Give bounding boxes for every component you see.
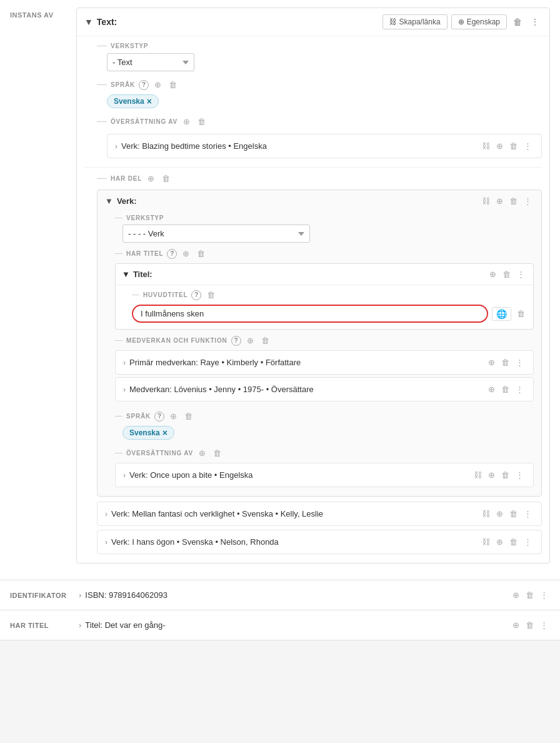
har-del-entry-2-label: Verk: I hans ögon • Svenska • Nelson, Rh…: [111, 537, 279, 547]
har-del-1-trash[interactable]: 🗑: [508, 508, 519, 520]
text-card-trash-button[interactable]: 🗑: [511, 16, 524, 28]
verk-oversattning-more[interactable]: ⋮: [514, 469, 526, 481]
verk-sprak-trash-icon[interactable]: 🗑: [182, 410, 194, 422]
verk-oversattning-trash[interactable]: 🗑: [499, 469, 511, 481]
verk-svenska-tag: Svenska ×: [122, 426, 174, 440]
verk-har-titel-label: HAR TITEL: [126, 250, 163, 257]
medverkan-2-trash[interactable]: 🗑: [499, 383, 511, 395]
identifikator-chevron[interactable]: ›: [79, 590, 81, 600]
oversattning-av-add-icon[interactable]: ⊕: [181, 116, 192, 128]
verk-sprak-help-icon[interactable]: ?: [154, 412, 164, 422]
oversattning-av-trash-icon[interactable]: 🗑: [196, 116, 208, 128]
identifikator-add[interactable]: ⊕: [511, 589, 521, 601]
har-del-2-add[interactable]: ⊕: [494, 536, 505, 548]
sprak-trash-icon[interactable]: 🗑: [167, 79, 179, 91]
identifikator-trash[interactable]: 🗑: [524, 589, 536, 601]
egenskap-button[interactable]: ⊕ Egenskap: [451, 14, 507, 29]
sprak-text-label: SPRÅK: [111, 81, 135, 88]
verk-svenska-tag-label: Svenska: [129, 428, 160, 437]
verk-oversattning-trash-icon[interactable]: 🗑: [211, 447, 223, 459]
verk-subcard: ▼ Verk: ⛓ ⊕ 🗑 ⋮: [97, 190, 542, 497]
har-titel-more[interactable]: ⋮: [538, 619, 550, 631]
verk-har-titel-trash[interactable]: 🗑: [195, 248, 207, 260]
verk-add-icon[interactable]: ⊕: [494, 195, 505, 207]
oversattning-chevron[interactable]: ›: [115, 142, 118, 151]
oversattning-add-icon[interactable]: ⊕: [494, 140, 505, 152]
skapa-lanka-button[interactable]: ⛓ Skapa/länka: [382, 14, 448, 29]
verk-oversattning-link[interactable]: ⛓: [472, 469, 484, 481]
verk-har-titel-help[interactable]: ?: [167, 249, 177, 259]
medverkan-1-more[interactable]: ⋮: [514, 356, 526, 368]
verk-verkstyp-select[interactable]: - - - - Verk: [122, 225, 310, 243]
verk-oversattning-add[interactable]: ⊕: [486, 469, 497, 481]
verk-more-icon[interactable]: ⋮: [522, 195, 534, 207]
verk-oversattning-chevron[interactable]: ›: [123, 471, 126, 480]
medverkan-1-trash[interactable]: 🗑: [499, 356, 511, 368]
identifikator-more[interactable]: ⋮: [538, 589, 550, 601]
huvudtitel-trash-icon[interactable]: 🗑: [205, 289, 217, 301]
verk-link-icon[interactable]: ⛓: [480, 195, 492, 207]
har-del-2-more[interactable]: ⋮: [522, 536, 534, 548]
har-del-2-chevron[interactable]: ›: [105, 538, 108, 547]
medverkan-help-icon[interactable]: ?: [231, 336, 241, 346]
medverkan-add-icon[interactable]: ⊕: [245, 335, 256, 346]
har-del-1-link[interactable]: ⛓: [480, 508, 492, 520]
har-titel-entry-row: › Titel: Det var en gång-: [79, 620, 165, 630]
har-del-label: HAR DEL: [111, 175, 142, 182]
har-del-1-more[interactable]: ⋮: [522, 508, 534, 520]
medverkan-entry-2-label: Medverkan: Lövenius • Jenny • 1975- • Öv…: [129, 385, 314, 394]
huvudtitel-help-icon[interactable]: ?: [191, 290, 201, 300]
medverkan-2-more[interactable]: ⋮: [514, 383, 526, 395]
titel-collapse-icon[interactable]: ▼: [122, 270, 130, 279]
verk-har-titel-add[interactable]: ⊕: [181, 248, 191, 260]
verk-trash-icon[interactable]: 🗑: [508, 195, 519, 207]
oversattning-more-icon[interactable]: ⋮: [522, 140, 534, 152]
har-del-entry-2-actions: ⛓ ⊕ 🗑 ⋮: [480, 536, 534, 548]
har-del-add-icon[interactable]: ⊕: [146, 173, 156, 184]
identifikator-label: IDENTIFIKATOR: [10, 592, 79, 599]
har-del-2-trash[interactable]: 🗑: [508, 536, 519, 548]
sprak-help-icon[interactable]: ?: [139, 80, 149, 90]
verkstyp-select[interactable]: - Text: [107, 53, 194, 71]
titel-trash-icon[interactable]: 🗑: [501, 268, 512, 280]
har-del-trash-icon[interactable]: 🗑: [160, 173, 172, 184]
titel-more-icon[interactable]: ⋮: [515, 268, 527, 280]
medverkan-2-add[interactable]: ⊕: [486, 383, 497, 395]
medverkan-1-add[interactable]: ⊕: [486, 356, 497, 368]
huvudtitel-field-trash[interactable]: 🗑: [515, 308, 527, 320]
titel-add-icon[interactable]: ⊕: [488, 268, 498, 280]
oversattning-link-icon[interactable]: ⛓: [480, 140, 492, 152]
har-del-entry-1: › Verk: Mellan fantasi och verklighet • …: [97, 502, 542, 526]
medverkan-entry-2-actions: ⊕ 🗑 ⋮: [486, 383, 526, 395]
svenska-tag-close[interactable]: ×: [147, 97, 152, 106]
skapa-lanka-label: Skapa/länka: [399, 18, 441, 26]
verk-collapse-icon[interactable]: ▼: [105, 196, 113, 206]
text-collapse-icon[interactable]: ▼: [84, 17, 93, 27]
text-card-header: ▼ Text: ⛓ Skapa/länka ⊕ Egenskap 🗑: [77, 8, 549, 36]
medverkan-2-chevron[interactable]: ›: [123, 385, 126, 394]
har-del-1-chevron[interactable]: ›: [105, 510, 108, 518]
har-titel-add[interactable]: ⊕: [511, 619, 521, 631]
har-del-entry-1-label: Verk: Mellan fantasi och verklighet • Sv…: [111, 509, 323, 518]
har-titel-chevron[interactable]: ›: [79, 620, 81, 630]
verk-oversattning-add-icon[interactable]: ⊕: [197, 447, 208, 459]
huvudtitel-input[interactable]: [132, 305, 488, 323]
sprak-add-icon[interactable]: ⊕: [152, 79, 163, 91]
huvudtitel-label: HUVUDTITEL: [143, 291, 188, 298]
instans-av-label: INSTANS AV: [0, 0, 69, 30]
oversattning-trash-icon[interactable]: 🗑: [508, 140, 519, 152]
identifikator-actions: ⊕ 🗑 ⋮: [511, 589, 550, 601]
har-del-2-link[interactable]: ⛓: [480, 536, 492, 548]
titel-header-left: ▼ Titel:: [122, 270, 152, 279]
verk-subcard-header: ▼ Verk: ⛓ ⊕ 🗑 ⋮: [98, 190, 541, 212]
identifikator-entry-row: › ISBN: 9789164062093: [79, 590, 168, 600]
text-card-more-button[interactable]: ⋮: [528, 16, 542, 28]
medverkan-entry-1-label: Primär medverkan: Raye • Kimberly • Förf…: [129, 358, 301, 367]
verk-svenska-tag-close[interactable]: ×: [162, 428, 168, 437]
medverkan-trash-icon[interactable]: 🗑: [259, 335, 271, 346]
huvudtitel-globe-button[interactable]: 🌐: [492, 307, 511, 321]
har-del-1-add[interactable]: ⊕: [494, 508, 505, 520]
har-titel-trash[interactable]: 🗑: [524, 619, 536, 631]
medverkan-1-chevron[interactable]: ›: [123, 358, 126, 367]
verk-sprak-add-icon[interactable]: ⊕: [168, 410, 179, 422]
